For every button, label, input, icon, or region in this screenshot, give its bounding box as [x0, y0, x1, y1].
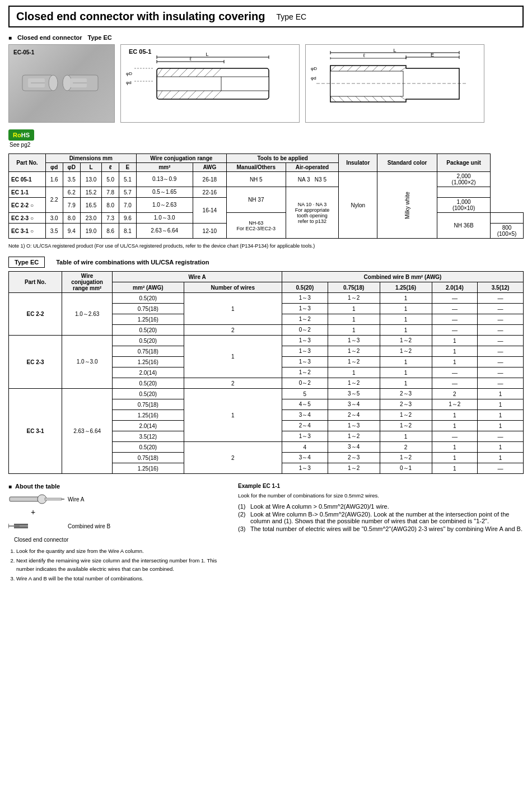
svg-line-30 — [171, 91, 179, 99]
combo-wire-mm2: 2.0(14) — [113, 367, 184, 378]
combo-b-value: 1 — [432, 357, 478, 367]
combo-range: 1.0～3.0 — [62, 336, 113, 389]
combo-b-value: 4～5 — [282, 399, 328, 410]
svg-line-28 — [157, 91, 162, 99]
diagram2-svg: L E ℓ — [308, 46, 482, 122]
combo-b-value: 1～2 — [328, 378, 380, 389]
combo-b-value: 1 — [478, 421, 524, 431]
svg-line-29 — [162, 91, 171, 99]
combo-b-value: 1～2 — [328, 357, 380, 367]
combo-b-value: 1 — [380, 293, 432, 304]
table2-desc: Table of wire combinations with UL/CSA r… — [56, 259, 209, 266]
step-1-text: Look at Wire A column > 0.5mm^2(AWG20)/1… — [250, 503, 389, 510]
combo-b-value: 1 — [380, 367, 432, 378]
combo-wire-mm2: 1.25(16) — [113, 463, 184, 474]
about-section: About the table Wire A + — [8, 483, 524, 584]
about-title: About the table — [8, 483, 227, 490]
col-insulator: Insulator — [339, 154, 377, 172]
combo-b-value: 1 — [432, 453, 478, 463]
svg-line-33 — [196, 91, 204, 99]
combo-b-value: 1 — [380, 431, 432, 442]
step-2-text: Look at Wire column B-> 0.5mm^2(AWG20). … — [250, 511, 524, 524]
diagram1-svg: EC 05-1 L ℓ — [123, 46, 297, 122]
combo-b-value: — — [432, 431, 478, 442]
svg-line-60 — [372, 66, 378, 71]
col-phid: φd — [45, 163, 63, 172]
col-std-color: Standard color — [377, 154, 437, 172]
combo-wire-mm2: 1.25(16) — [113, 357, 184, 367]
combo-col-combined-b: Combined wire B mm² (AWG) — [282, 272, 524, 282]
wire-a-row: Wire A — [8, 493, 227, 505]
combo-b-value: 1 — [478, 389, 524, 399]
combo-wire-mm2: 0.5(20) — [113, 336, 184, 346]
svg-line-55 — [330, 66, 336, 71]
combo-num-wires: 2 — [184, 378, 282, 389]
table-row: EC 2-21.0～2.630.5(20)11～31～21—— — [9, 293, 524, 304]
combo-b-value: 1 — [478, 453, 524, 463]
combo-col-mm2awg: mm² (AWG) — [113, 282, 184, 293]
instruction-2: Next identify the remaining wire size co… — [16, 557, 227, 573]
photo-part-label: EC-05-1 — [13, 49, 34, 55]
svg-line-27 — [213, 68, 221, 77]
step-3-text: The total number of electric wires will … — [250, 525, 522, 532]
combo-b-value: — — [478, 336, 524, 346]
col-part-no: Part No. — [9, 154, 46, 172]
combo-col-wire-a: Wire A — [113, 272, 282, 282]
svg-line-25 — [196, 68, 204, 77]
combo-wire-mm2: 0.75(18) — [113, 453, 184, 463]
combo-b-value: — — [432, 367, 478, 378]
svg-text:L: L — [393, 48, 396, 53]
combo-col-b3: 1.25(16) — [380, 282, 432, 293]
about-left: About the table Wire A + — [8, 483, 227, 584]
combo-b-value: 1 — [432, 421, 478, 431]
svg-line-20 — [157, 68, 162, 77]
combo-wire-mm2: 0.75(18) — [113, 304, 184, 314]
col-phiD: φD — [63, 163, 80, 172]
col-awg: AWG — [193, 163, 226, 172]
combo-b-value: 0～1 — [380, 463, 432, 474]
combo-b-value: 1～3 — [328, 421, 380, 431]
header-type-label: Type EC — [277, 12, 307, 21]
images-row: EC-05-1 EC 05-1 L ℓ — [8, 44, 524, 123]
table-row: EC 2-3 ○ 3.0 8.0 23.0 7.3 9.6 1.0～3.0 NH… — [9, 213, 524, 224]
combo-b-value: 1 — [328, 325, 380, 336]
svg-line-58 — [356, 66, 361, 71]
svg-text:φD: φD — [126, 71, 132, 76]
rohs-o: o — [17, 132, 21, 138]
table-row: EC 05-1 1.6 3.5 13.0 5.0 5.1 0.13～0.9 26… — [9, 172, 524, 187]
svg-line-22 — [171, 68, 179, 77]
combo-b-value: 1 — [432, 336, 478, 346]
combo-b-value: 2～3 — [328, 453, 380, 463]
see-pg: See pg2 — [10, 142, 524, 148]
table-row: EC 1-1 2.2 6.2 15.2 7.8 5.7 0.5～1.65 22-… — [9, 187, 524, 198]
svg-line-57 — [347, 66, 353, 71]
svg-line-72 — [400, 96, 406, 100]
svg-rect-53 — [330, 71, 403, 96]
combo-b-value: — — [478, 378, 524, 389]
combo-b-value: 1～2 — [380, 346, 432, 357]
svg-line-66 — [347, 96, 353, 102]
combo-b-value: — — [432, 304, 478, 314]
combo-b-value: 1～2 — [282, 367, 328, 378]
combo-b-value: 1～2 — [328, 431, 380, 442]
combo-col-b1: 0.5(20) — [282, 282, 328, 293]
combo-range: 1.0～2.63 — [62, 293, 113, 336]
svg-text:ℓ: ℓ — [363, 53, 366, 58]
svg-point-1 — [49, 75, 58, 91]
about-instructions: Look for the quantity and size from the … — [8, 547, 227, 583]
combo-b-value: 1～2 — [380, 336, 432, 346]
wire-a-label: Wire A — [68, 496, 84, 502]
wire-a-svg — [8, 493, 64, 505]
combo-wire-mm2: 2.0(14) — [113, 421, 184, 431]
combo-b-value: — — [478, 367, 524, 378]
combined-wire-b-label: Combined wire B — [68, 523, 110, 529]
combo-wire-mm2: 1.25(16) — [113, 314, 184, 325]
svg-line-64 — [330, 96, 336, 102]
table2-header: Type EC Table of wire combinations with … — [8, 257, 524, 268]
col-L: L — [80, 163, 101, 172]
combo-col-b4: 2.0(14) — [432, 282, 478, 293]
page-header: Closed end connector with insulating cov… — [8, 6, 524, 27]
svg-line-26 — [204, 68, 213, 77]
combo-col-part-no: Part No. — [9, 272, 62, 293]
combo-b-value: — — [432, 378, 478, 389]
